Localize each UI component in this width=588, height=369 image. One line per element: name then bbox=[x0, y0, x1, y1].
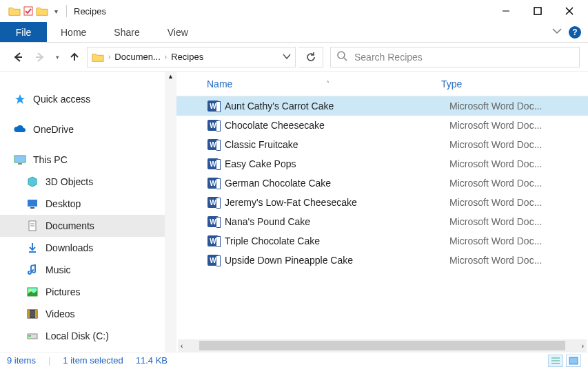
sidebar-item[interactable]: 3D Objects bbox=[0, 171, 176, 193]
ribbon: File Home Share View ? bbox=[0, 22, 588, 43]
svg-line-8 bbox=[344, 58, 347, 61]
sidebar-scrollbar[interactable]: ▲ bbox=[165, 72, 176, 352]
file-type: Microsoft Word Doc... bbox=[449, 197, 588, 208]
sidebar-item-label: Local Disk (C:) bbox=[45, 330, 109, 341]
sidebar-item[interactable]: Desktop bbox=[0, 193, 176, 215]
svg-rect-20 bbox=[28, 310, 30, 318]
status-item-count: 9 items bbox=[7, 355, 36, 366]
file-row[interactable]: WNana's Pound CakeMicrosoft Word Doc... bbox=[176, 212, 588, 231]
sidebar-item-icon bbox=[26, 220, 39, 232]
file-row[interactable]: WChocolate CheesecakeMicrosoft Word Doc.… bbox=[176, 116, 588, 135]
close-button[interactable] bbox=[554, 0, 585, 22]
scroll-left-icon[interactable]: ‹ bbox=[181, 342, 183, 350]
computer-icon bbox=[14, 154, 26, 166]
file-row[interactable]: WTriple Chocolate CakeMicrosoft Word Doc… bbox=[176, 231, 588, 251]
file-row[interactable]: WGerman Chocolate CakeMicrosoft Word Doc… bbox=[176, 173, 588, 193]
horizontal-scrollbar[interactable]: ‹ › bbox=[178, 339, 587, 352]
svg-rect-10 bbox=[18, 163, 22, 165]
scrollbar-thumb[interactable] bbox=[199, 341, 565, 350]
sidebar-item[interactable]: Downloads bbox=[0, 237, 176, 259]
star-icon bbox=[14, 93, 26, 105]
nav-forward-button[interactable] bbox=[30, 48, 50, 67]
sidebar-item[interactable]: Documents bbox=[0, 215, 176, 237]
view-thumbnails-button[interactable] bbox=[566, 355, 581, 367]
file-type: Microsoft Word Doc... bbox=[449, 178, 588, 189]
sidebar-item-label: This PC bbox=[33, 154, 68, 165]
sidebar-quick-access[interactable]: Quick access bbox=[0, 88, 176, 110]
address-bar[interactable]: › Documen... › Recipes bbox=[87, 47, 296, 67]
svg-rect-27 bbox=[569, 357, 578, 364]
sort-indicator-icon: ˄ bbox=[326, 80, 330, 87]
sidebar-item[interactable]: Videos bbox=[0, 303, 176, 325]
search-box[interactable] bbox=[330, 47, 580, 67]
file-name: Classic Fruitcake bbox=[225, 139, 449, 150]
file-row[interactable]: WEasy Cake PopsMicrosoft Word Doc... bbox=[176, 154, 588, 173]
view-details-button[interactable] bbox=[548, 355, 563, 367]
ribbon-expand-icon[interactable] bbox=[552, 27, 562, 37]
file-type: Microsoft Word Doc... bbox=[449, 101, 588, 112]
nav-up-button[interactable] bbox=[65, 48, 84, 67]
file-name: Upside Down Pineapple Cake bbox=[225, 255, 449, 266]
cloud-icon bbox=[14, 123, 26, 136]
folder-qat-icon[interactable] bbox=[36, 5, 48, 17]
sidebar-this-pc[interactable]: This PC bbox=[0, 149, 176, 171]
file-type: Microsoft Word Doc... bbox=[449, 158, 588, 169]
navigation-pane: Quick access OneDrive This PC 3D Objects… bbox=[0, 72, 176, 352]
word-doc-icon: W bbox=[207, 138, 219, 151]
word-doc-icon: W bbox=[207, 158, 219, 170]
file-type: Microsoft Word Doc... bbox=[449, 139, 588, 150]
sidebar-item[interactable]: Pictures bbox=[0, 281, 176, 303]
file-name: Jeremy's Low-Fat Cheesecake bbox=[225, 197, 449, 208]
sidebar-item-label: Videos bbox=[45, 308, 75, 319]
chevron-right-icon[interactable]: › bbox=[165, 53, 167, 61]
chevron-right-icon[interactable]: › bbox=[108, 53, 110, 61]
file-type: Microsoft Word Doc... bbox=[449, 216, 588, 227]
sidebar-item-label: Quick access bbox=[33, 94, 90, 105]
file-tab[interactable]: File bbox=[0, 22, 47, 42]
sidebar-item-label: OneDrive bbox=[33, 124, 74, 135]
svg-rect-12 bbox=[30, 207, 34, 209]
file-row[interactable]: WClassic FruitcakeMicrosoft Word Doc... bbox=[176, 135, 588, 154]
file-row[interactable]: WJeremy's Low-Fat CheesecakeMicrosoft Wo… bbox=[176, 193, 588, 212]
sidebar-item-icon bbox=[26, 176, 39, 188]
scroll-up-icon[interactable]: ▲ bbox=[168, 73, 174, 80]
sidebar-item-label: Desktop bbox=[45, 198, 81, 209]
sidebar-item-label: Documents bbox=[45, 220, 94, 231]
column-header-name[interactable]: Name ˄ bbox=[207, 78, 441, 89]
sidebar-item[interactable]: Music bbox=[0, 259, 176, 281]
help-button[interactable]: ? bbox=[569, 26, 581, 39]
column-headers: Name ˄ Type bbox=[176, 72, 588, 96]
breadcrumb-item[interactable]: Documen... bbox=[114, 52, 160, 62]
title-bar: ▾ Recipes bbox=[0, 0, 588, 22]
column-header-type[interactable]: Type bbox=[441, 78, 588, 89]
minimize-button[interactable] bbox=[490, 0, 522, 22]
sidebar-item-icon bbox=[26, 286, 39, 298]
sidebar-onedrive[interactable]: OneDrive bbox=[0, 118, 176, 140]
nav-history-dropdown[interactable]: ▾ bbox=[52, 48, 62, 67]
file-name: Triple Chocolate Cake bbox=[225, 235, 449, 246]
file-row[interactable]: WUpside Down Pineapple CakeMicrosoft Wor… bbox=[176, 251, 588, 270]
qat-icon[interactable] bbox=[22, 5, 34, 17]
nav-back-button[interactable] bbox=[8, 48, 28, 67]
sidebar-item-label: Downloads bbox=[45, 242, 93, 253]
search-input[interactable] bbox=[354, 52, 574, 63]
word-doc-icon: W bbox=[207, 100, 219, 112]
qat-dropdown-icon[interactable]: ▾ bbox=[50, 5, 62, 17]
sidebar-item[interactable]: Local Disk (C:) bbox=[0, 325, 176, 347]
breadcrumb-label: Documen... bbox=[114, 52, 160, 62]
file-row[interactable]: WAunt Cathy's Carrot CakeMicrosoft Word … bbox=[176, 96, 588, 116]
tab-home[interactable]: Home bbox=[47, 22, 100, 42]
address-dropdown-icon[interactable] bbox=[283, 52, 291, 62]
tab-view[interactable]: View bbox=[154, 22, 202, 42]
tab-share[interactable]: Share bbox=[100, 22, 153, 42]
maximize-button[interactable] bbox=[522, 0, 554, 22]
word-doc-icon: W bbox=[207, 196, 219, 209]
sidebar-item-label: Music bbox=[45, 264, 71, 275]
breadcrumb-item[interactable]: Recipes bbox=[171, 52, 203, 62]
scroll-right-icon[interactable]: › bbox=[582, 342, 584, 350]
folder-app-icon bbox=[8, 5, 21, 17]
refresh-button[interactable] bbox=[298, 47, 323, 67]
file-list-pane: Name ˄ Type WAunt Cathy's Carrot CakeMic… bbox=[176, 72, 588, 352]
svg-rect-2 bbox=[534, 8, 541, 14]
file-type: Microsoft Word Doc... bbox=[449, 235, 588, 246]
